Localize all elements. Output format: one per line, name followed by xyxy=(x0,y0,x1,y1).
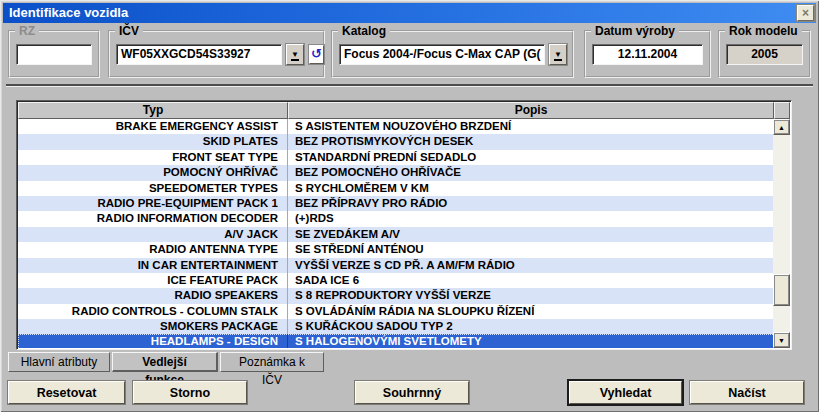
datum-vyroby-label: Datum výroby xyxy=(591,24,679,38)
table-cell-typ: RADIO SPEAKERS xyxy=(18,288,288,303)
table-cell-popis: BEZ PROTISMYKOVÝCH DESEK xyxy=(288,134,775,149)
scroll-up-icon: ▲ xyxy=(778,124,785,131)
close-icon: × xyxy=(802,6,809,20)
table-body: BRAKE EMERGENCY ASSIST S ASISTENTEM NOUZ… xyxy=(18,119,775,348)
icv-undo-button[interactable]: ↺ xyxy=(309,45,324,64)
icv-label: IČV xyxy=(115,24,143,38)
scroll-down-button[interactable]: ▼ xyxy=(773,332,790,348)
table-cell-popis: S 8 REPRODUKTORY VYŠŠÍ VERZE xyxy=(288,288,775,303)
table-row[interactable]: RADIO CONTROLS - COLUMN STALK S OVLÁDÁNÍ… xyxy=(18,304,775,319)
scroll-down-icon: ▼ xyxy=(778,337,785,344)
table-header: Typ Popis xyxy=(18,102,790,119)
table-cell-popis: S KUŘÁCKOU SADOU TYP 2 xyxy=(288,319,775,334)
table-cell-popis: S OVLÁDÁNÍM RÁDIA NA SLOUPKU ŘÍZENÍ xyxy=(288,304,775,319)
table-cell-typ: HEADLAMPS - DESIGN xyxy=(18,334,288,348)
column-header-popis[interactable]: Popis xyxy=(288,102,774,119)
table-cell-popis: S HALOGENOVÝMI SVETLOMETY xyxy=(288,334,775,348)
icv-dropdown-button[interactable]: ▼ xyxy=(286,44,304,65)
table-row[interactable]: IN CAR ENTERTAINMENT VYŠŠÍ VERZE S CD PŘ… xyxy=(18,258,775,273)
window-title: Identifikace vozidla xyxy=(9,5,128,20)
column-header-typ[interactable]: Typ xyxy=(18,102,288,119)
table-cell-typ: BRAKE EMERGENCY ASSIST xyxy=(18,119,288,134)
storno-button[interactable]: Storno xyxy=(133,381,247,404)
close-button[interactable]: × xyxy=(797,5,814,21)
rok-modelu-value: 2005 xyxy=(726,44,803,65)
table-row[interactable]: POMOCNÝ OHŘÍVAČ BEZ POMOCNÉHO OHŘÍVAČE xyxy=(18,165,775,180)
icv-input[interactable]: WF05XXGCD54S33927 xyxy=(116,44,282,65)
table-cell-popis: BEZ PŘÍPRAVY PRO RÁDIO xyxy=(288,196,775,211)
table-row[interactable]: RADIO PRE-EQUIPMENT PACK 1 BEZ PŘÍPRAVY … xyxy=(18,196,775,211)
table-row[interactable]: ICE FEATURE PACK SADA ICE 6 xyxy=(18,273,775,288)
resetovat-button[interactable]: Resetovat xyxy=(8,381,125,404)
table-cell-typ: SMOKERS PACKAGE xyxy=(18,319,288,334)
scrollbar-thumb[interactable] xyxy=(773,274,790,306)
table-cell-typ: RADIO INFORMATION DECODER xyxy=(18,211,288,226)
nacist-button[interactable]: Načíst xyxy=(690,381,804,404)
table-cell-typ: RADIO CONTROLS - COLUMN STALK xyxy=(18,304,288,319)
table-row[interactable]: FRONT SEAT TYPE STANDARDNÍ PREDNÍ SEDADL… xyxy=(18,150,775,165)
divider xyxy=(6,84,813,87)
table-cell-typ: A/V JACK xyxy=(18,227,288,242)
table-cell-typ: IN CAR ENTERTAINMENT xyxy=(18,258,288,273)
souhrnny-button[interactable]: Souhrnný xyxy=(355,381,469,404)
tab-poznamka-k-icv[interactable]: Poznámka k IČV xyxy=(220,352,324,372)
table-row[interactable]: BRAKE EMERGENCY ASSIST S ASISTENTEM NOUZ… xyxy=(18,119,775,134)
table-row[interactable]: RADIO INFORMATION DECODER (+)RDS xyxy=(18,211,775,226)
group-datum-vyroby: Datum výroby 12.11.2004 xyxy=(584,30,711,78)
katalog-dropdown-button[interactable]: ▼ xyxy=(549,44,567,65)
attributes-table: Typ Popis BRAKE EMERGENCY ASSIST S ASIST… xyxy=(16,100,792,350)
table-row[interactable]: RADIO ANTENNA TYPE SE STŘEDNÍ ANTÉNOU xyxy=(18,242,775,257)
table-row[interactable]: HEADLAMPS - DESIGN S HALOGENOVÝMI SVETLO… xyxy=(18,334,775,348)
table-row[interactable]: SMOKERS PACKAGE S KUŘÁCKOU SADOU TYP 2 xyxy=(18,319,775,334)
table-cell-popis: STANDARDNÍ PREDNÍ SEDADLO xyxy=(288,150,775,165)
table-row[interactable]: SPEEDOMETER TYPES S RYCHLOMĚREM V KM xyxy=(18,181,775,196)
group-icv: IČV WF05XXGCD54S33927 ▼ ↺ xyxy=(108,30,325,78)
undo-icon: ↺ xyxy=(311,46,322,61)
table-cell-typ: POMOCNÝ OHŘÍVAČ xyxy=(18,165,288,180)
table-cell-typ: RADIO PRE-EQUIPMENT PACK 1 xyxy=(18,196,288,211)
title-bar: Identifikace vozidla × xyxy=(3,3,816,23)
table-cell-popis: S RYCHLOMĚREM V KM xyxy=(288,181,775,196)
table-cell-typ: SPEEDOMETER TYPES xyxy=(18,181,288,196)
table-cell-popis: SADA ICE 6 xyxy=(288,273,775,288)
table-cell-typ: SKID PLATES xyxy=(18,134,288,149)
vyhledat-button[interactable]: Vyhledat xyxy=(569,381,682,404)
chevron-down-icon: ▼ xyxy=(554,50,562,61)
datum-vyroby-input[interactable]: 12.11.2004 xyxy=(592,44,703,65)
group-rok-modelu: Rok modelu 2005 xyxy=(718,30,811,78)
group-rz: RZ xyxy=(8,30,100,78)
column-header-stub xyxy=(774,102,790,119)
table-cell-typ: FRONT SEAT TYPE xyxy=(18,150,288,165)
katalog-label: Katalog xyxy=(338,24,390,38)
tab-vedlejsi-funkce[interactable]: Vedlejší funkce xyxy=(112,352,218,372)
scroll-up-button[interactable]: ▲ xyxy=(773,119,790,135)
tab-hlavni-atributy[interactable]: Hlavní atributy xyxy=(8,352,110,372)
table-row[interactable]: SKID PLATES BEZ PROTISMYKOVÝCH DESEK xyxy=(18,134,775,149)
table-cell-popis: BEZ POMOCNÉHO OHŘÍVAČE xyxy=(288,165,775,180)
table-row[interactable]: RADIO SPEAKERS S 8 REPRODUKTORY VYŠŠÍ VE… xyxy=(18,288,775,303)
vertical-scrollbar[interactable]: ▲ ▼ xyxy=(773,119,790,348)
table-cell-typ: ICE FEATURE PACK xyxy=(18,273,288,288)
table-row[interactable]: A/V JACK SE ZVEDÁKEM A/V xyxy=(18,227,775,242)
rz-input[interactable] xyxy=(16,44,92,65)
table-cell-typ: RADIO ANTENNA TYPE xyxy=(18,242,288,257)
chevron-down-icon: ▼ xyxy=(291,50,299,61)
table-cell-popis: S ASISTENTEM NOUZOVÉHO BRZDENÍ xyxy=(288,119,775,134)
table-cell-popis: VYŠŠÍ VERZE S CD PŘ. A AM/FM RÁDIO xyxy=(288,258,775,273)
table-cell-popis: SE STŘEDNÍ ANTÉNOU xyxy=(288,242,775,257)
katalog-input[interactable]: Focus 2004-/Focus C-Max CAP (G( xyxy=(339,44,545,65)
table-cell-popis: (+)RDS xyxy=(288,211,775,226)
table-cell-popis: SE ZVEDÁKEM A/V xyxy=(288,227,775,242)
group-katalog: Katalog Focus 2004-/Focus C-Max CAP (G( … xyxy=(331,30,574,78)
rz-label: RZ xyxy=(15,24,39,38)
rok-modelu-label: Rok modelu xyxy=(725,24,802,38)
dialog-identifikace-vozidla: Identifikace vozidla × RZ IČV WF05XXGCD5… xyxy=(0,0,819,412)
